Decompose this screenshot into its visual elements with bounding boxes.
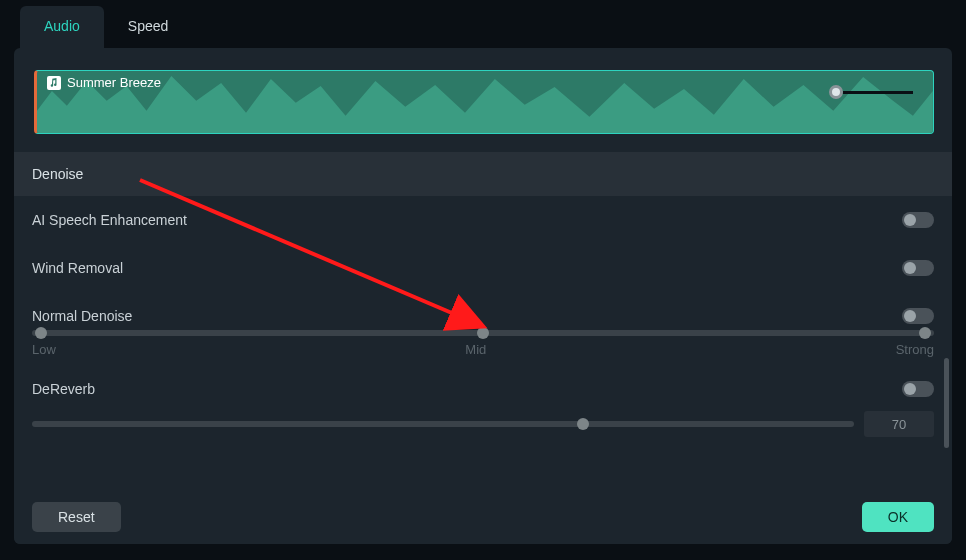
clip-title: Summer Breeze	[67, 75, 161, 90]
toggle-normal-denoise[interactable]	[902, 308, 934, 324]
toggle-ai-speech[interactable]	[902, 212, 934, 228]
toggle-wind-removal[interactable]	[902, 260, 934, 276]
label-ai-speech: AI Speech Enhancement	[32, 212, 187, 228]
dereverb-slider[interactable]	[32, 421, 854, 427]
dereverb-slider-row: 70	[32, 401, 934, 437]
row-wind-removal: Wind Removal	[32, 244, 934, 292]
label-strong: Strong	[896, 342, 934, 357]
playhead[interactable]	[829, 85, 913, 99]
dereverb-value[interactable]: 70	[864, 411, 934, 437]
normal-denoise-thumb-mid	[477, 327, 489, 339]
music-note-icon	[47, 76, 61, 90]
app-root: Audio Speed Summer Breeze D	[0, 0, 966, 560]
normal-denoise-labels: Low Mid Strong	[32, 342, 934, 357]
ok-button[interactable]: OK	[862, 502, 934, 532]
tab-speed[interactable]: Speed	[104, 6, 192, 48]
audio-panel: Summer Breeze Denoise AI Speech Enhancem…	[14, 48, 952, 544]
label-dereverb: DeReverb	[32, 381, 95, 397]
label-mid: Mid	[465, 342, 486, 357]
normal-denoise-slider[interactable]	[32, 330, 934, 336]
label-wind-removal: Wind Removal	[32, 260, 123, 276]
footer: Reset OK	[14, 490, 952, 544]
row-normal-denoise: Normal Denoise	[32, 292, 934, 328]
tab-audio[interactable]: Audio	[20, 6, 104, 48]
normal-denoise-slider-block: Low Mid Strong	[32, 330, 934, 365]
normal-denoise-thumb-right	[919, 327, 931, 339]
dereverb-thumb[interactable]	[577, 418, 589, 430]
reset-button[interactable]: Reset	[32, 502, 121, 532]
label-normal-denoise: Normal Denoise	[32, 308, 132, 324]
normal-denoise-thumb-left	[35, 327, 47, 339]
row-dereverb: DeReverb	[32, 365, 934, 401]
denoise-rows: AI Speech Enhancement Wind Removal Norma…	[14, 196, 952, 437]
audio-clip[interactable]: Summer Breeze	[34, 70, 934, 134]
waveform	[37, 71, 933, 134]
tab-bar: Audio Speed	[0, 0, 966, 48]
label-low: Low	[32, 342, 56, 357]
row-ai-speech: AI Speech Enhancement	[32, 196, 934, 244]
playhead-knob	[829, 85, 843, 99]
clip-wrap: Summer Breeze	[14, 48, 952, 152]
clip-header: Summer Breeze	[47, 75, 161, 90]
playhead-line	[843, 91, 913, 94]
toggle-dereverb[interactable]	[902, 381, 934, 397]
scrollbar[interactable]	[944, 358, 949, 448]
denoise-section-header: Denoise	[14, 152, 952, 196]
